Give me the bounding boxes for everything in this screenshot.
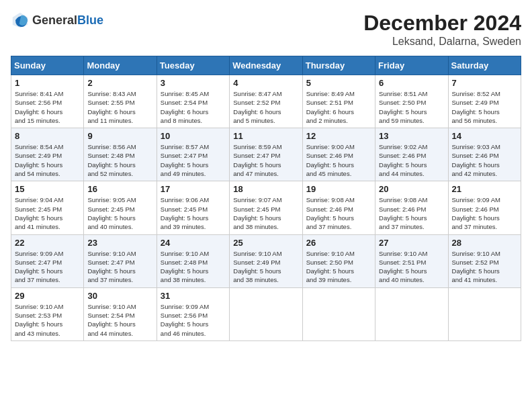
day-info: Sunrise: 9:06 AM Sunset: 2:45 PM Dayligh… bbox=[161, 195, 226, 231]
calendar-day-30: 30Sunrise: 9:10 AM Sunset: 2:54 PM Dayli… bbox=[84, 287, 157, 340]
calendar-day-9: 9Sunrise: 8:56 AM Sunset: 2:48 PM Daylig… bbox=[84, 128, 157, 181]
calendar-day-24: 24Sunrise: 9:10 AM Sunset: 2:48 PM Dayli… bbox=[157, 234, 229, 287]
day-number: 28 bbox=[452, 238, 517, 248]
day-info: Sunrise: 9:10 AM Sunset: 2:48 PM Dayligh… bbox=[161, 249, 226, 285]
title-block: December 2024 Leksand, Dalarna, Sweden bbox=[363, 11, 521, 48]
day-number: 19 bbox=[306, 184, 371, 194]
calendar-day-10: 10Sunrise: 8:57 AM Sunset: 2:47 PM Dayli… bbox=[157, 128, 229, 181]
day-number: 23 bbox=[87, 238, 152, 248]
calendar-day-15: 15Sunrise: 9:04 AM Sunset: 2:45 PM Dayli… bbox=[11, 181, 84, 234]
day-number: 17 bbox=[161, 184, 226, 194]
day-number: 8 bbox=[15, 131, 80, 141]
empty-cell bbox=[448, 287, 521, 340]
day-info: Sunrise: 9:10 AM Sunset: 2:50 PM Dayligh… bbox=[306, 249, 371, 285]
day-number: 29 bbox=[15, 291, 80, 301]
day-info: Sunrise: 9:09 AM Sunset: 2:47 PM Dayligh… bbox=[15, 249, 80, 285]
calendar-day-7: 7Sunrise: 8:52 AM Sunset: 2:49 PM Daylig… bbox=[448, 75, 521, 128]
calendar-day-2: 2Sunrise: 8:43 AM Sunset: 2:55 PM Daylig… bbox=[84, 75, 157, 128]
day-info: Sunrise: 9:10 AM Sunset: 2:52 PM Dayligh… bbox=[452, 249, 517, 285]
calendar-day-4: 4Sunrise: 8:47 AM Sunset: 2:52 PM Daylig… bbox=[230, 75, 302, 128]
calendar-table: SundayMondayTuesdayWednesdayThursdayFrid… bbox=[11, 56, 521, 341]
calendar-day-25: 25Sunrise: 9:10 AM Sunset: 2:49 PM Dayli… bbox=[230, 234, 302, 287]
day-number: 9 bbox=[87, 131, 152, 141]
day-number: 1 bbox=[15, 78, 80, 88]
day-number: 11 bbox=[233, 131, 298, 141]
empty-cell bbox=[230, 287, 302, 340]
calendar-day-27: 27Sunrise: 9:10 AM Sunset: 2:51 PM Dayli… bbox=[375, 234, 448, 287]
day-info: Sunrise: 9:05 AM Sunset: 2:45 PM Dayligh… bbox=[87, 195, 152, 231]
weekday-saturday: Saturday bbox=[448, 56, 521, 75]
day-info: Sunrise: 8:59 AM Sunset: 2:47 PM Dayligh… bbox=[233, 142, 298, 178]
day-info: Sunrise: 9:02 AM Sunset: 2:46 PM Dayligh… bbox=[379, 142, 444, 178]
location-title: Leksand, Dalarna, Sweden bbox=[363, 36, 521, 48]
day-info: Sunrise: 8:45 AM Sunset: 2:54 PM Dayligh… bbox=[161, 89, 226, 125]
day-info: Sunrise: 9:07 AM Sunset: 2:45 PM Dayligh… bbox=[233, 195, 298, 231]
day-number: 30 bbox=[87, 291, 152, 301]
calendar-day-31: 31Sunrise: 9:09 AM Sunset: 2:56 PM Dayli… bbox=[157, 287, 229, 340]
calendar-day-1: 1Sunrise: 8:41 AM Sunset: 2:56 PM Daylig… bbox=[11, 75, 84, 128]
weekday-friday: Friday bbox=[375, 56, 448, 75]
calendar-day-5: 5Sunrise: 8:49 AM Sunset: 2:51 PM Daylig… bbox=[302, 75, 375, 128]
day-number: 10 bbox=[161, 131, 226, 141]
month-title: December 2024 bbox=[363, 11, 521, 36]
calendar-day-12: 12Sunrise: 9:00 AM Sunset: 2:46 PM Dayli… bbox=[302, 128, 375, 181]
weekday-tuesday: Tuesday bbox=[157, 56, 229, 75]
page-header: GeneralBlue December 2024 Leksand, Dalar… bbox=[11, 11, 521, 48]
day-info: Sunrise: 8:43 AM Sunset: 2:55 PM Dayligh… bbox=[87, 89, 152, 125]
day-info: Sunrise: 9:10 AM Sunset: 2:49 PM Dayligh… bbox=[233, 249, 298, 285]
day-number: 14 bbox=[452, 131, 517, 141]
calendar-day-19: 19Sunrise: 9:08 AM Sunset: 2:46 PM Dayli… bbox=[302, 181, 375, 234]
calendar-week-5: 29Sunrise: 9:10 AM Sunset: 2:53 PM Dayli… bbox=[11, 287, 521, 340]
calendar-day-21: 21Sunrise: 9:09 AM Sunset: 2:46 PM Dayli… bbox=[448, 181, 521, 234]
day-number: 26 bbox=[306, 238, 371, 248]
calendar-day-3: 3Sunrise: 8:45 AM Sunset: 2:54 PM Daylig… bbox=[157, 75, 229, 128]
day-number: 13 bbox=[379, 131, 444, 141]
day-info: Sunrise: 9:03 AM Sunset: 2:46 PM Dayligh… bbox=[452, 142, 517, 178]
day-info: Sunrise: 8:56 AM Sunset: 2:48 PM Dayligh… bbox=[87, 142, 152, 178]
weekday-wednesday: Wednesday bbox=[230, 56, 302, 75]
day-info: Sunrise: 9:10 AM Sunset: 2:54 PM Dayligh… bbox=[87, 302, 152, 338]
day-info: Sunrise: 9:10 AM Sunset: 2:47 PM Dayligh… bbox=[87, 249, 152, 285]
calendar-week-2: 8Sunrise: 8:54 AM Sunset: 2:49 PM Daylig… bbox=[11, 128, 521, 181]
day-info: Sunrise: 9:10 AM Sunset: 2:51 PM Dayligh… bbox=[379, 249, 444, 285]
day-info: Sunrise: 8:52 AM Sunset: 2:49 PM Dayligh… bbox=[452, 89, 517, 125]
day-info: Sunrise: 8:49 AM Sunset: 2:51 PM Dayligh… bbox=[306, 89, 371, 125]
empty-cell bbox=[302, 287, 375, 340]
calendar-day-17: 17Sunrise: 9:06 AM Sunset: 2:45 PM Dayli… bbox=[157, 181, 229, 234]
calendar-day-16: 16Sunrise: 9:05 AM Sunset: 2:45 PM Dayli… bbox=[84, 181, 157, 234]
day-info: Sunrise: 9:04 AM Sunset: 2:45 PM Dayligh… bbox=[15, 195, 80, 231]
weekday-monday: Monday bbox=[84, 56, 157, 75]
calendar-week-3: 15Sunrise: 9:04 AM Sunset: 2:45 PM Dayli… bbox=[11, 181, 521, 234]
day-info: Sunrise: 9:08 AM Sunset: 2:46 PM Dayligh… bbox=[379, 195, 444, 231]
day-number: 3 bbox=[161, 78, 226, 88]
weekday-thursday: Thursday bbox=[302, 56, 375, 75]
day-number: 5 bbox=[306, 78, 371, 88]
day-info: Sunrise: 8:41 AM Sunset: 2:56 PM Dayligh… bbox=[15, 89, 80, 125]
day-info: Sunrise: 8:54 AM Sunset: 2:49 PM Dayligh… bbox=[15, 142, 80, 178]
calendar-day-14: 14Sunrise: 9:03 AM Sunset: 2:46 PM Dayli… bbox=[448, 128, 521, 181]
day-info: Sunrise: 8:57 AM Sunset: 2:47 PM Dayligh… bbox=[161, 142, 226, 178]
day-number: 16 bbox=[87, 184, 152, 194]
day-info: Sunrise: 9:10 AM Sunset: 2:53 PM Dayligh… bbox=[15, 302, 80, 338]
day-info: Sunrise: 9:09 AM Sunset: 2:46 PM Dayligh… bbox=[452, 195, 517, 231]
day-number: 20 bbox=[379, 184, 444, 194]
calendar-week-4: 22Sunrise: 9:09 AM Sunset: 2:47 PM Dayli… bbox=[11, 234, 521, 287]
day-number: 31 bbox=[161, 291, 226, 301]
day-number: 27 bbox=[379, 238, 444, 248]
calendar-day-29: 29Sunrise: 9:10 AM Sunset: 2:53 PM Dayli… bbox=[11, 287, 84, 340]
calendar-day-22: 22Sunrise: 9:09 AM Sunset: 2:47 PM Dayli… bbox=[11, 234, 84, 287]
day-number: 2 bbox=[87, 78, 152, 88]
calendar-day-8: 8Sunrise: 8:54 AM Sunset: 2:49 PM Daylig… bbox=[11, 128, 84, 181]
day-number: 12 bbox=[306, 131, 371, 141]
day-number: 18 bbox=[233, 184, 298, 194]
weekday-header-row: SundayMondayTuesdayWednesdayThursdayFrid… bbox=[11, 56, 521, 75]
calendar-day-28: 28Sunrise: 9:10 AM Sunset: 2:52 PM Dayli… bbox=[448, 234, 521, 287]
day-info: Sunrise: 9:08 AM Sunset: 2:46 PM Dayligh… bbox=[306, 195, 371, 231]
day-info: Sunrise: 9:09 AM Sunset: 2:56 PM Dayligh… bbox=[161, 302, 226, 338]
calendar-day-13: 13Sunrise: 9:02 AM Sunset: 2:46 PM Dayli… bbox=[375, 128, 448, 181]
logo: GeneralBlue bbox=[11, 11, 103, 30]
calendar-day-6: 6Sunrise: 8:51 AM Sunset: 2:50 PM Daylig… bbox=[375, 75, 448, 128]
day-number: 21 bbox=[452, 184, 517, 194]
day-number: 7 bbox=[452, 78, 517, 88]
calendar-day-23: 23Sunrise: 9:10 AM Sunset: 2:47 PM Dayli… bbox=[84, 234, 157, 287]
